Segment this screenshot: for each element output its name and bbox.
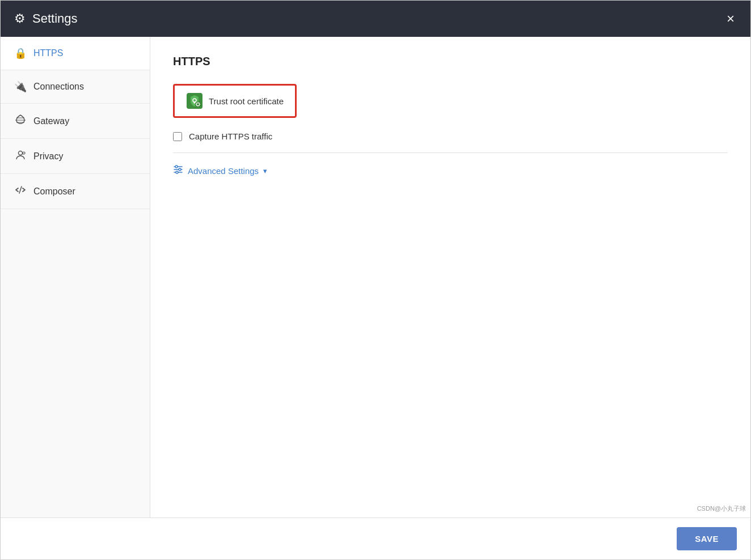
svg-point-11 xyxy=(179,168,181,171)
capture-https-label: Capture HTTPS traffic xyxy=(189,131,272,141)
svg-point-10 xyxy=(175,166,178,168)
composer-icon xyxy=(14,184,27,198)
sidebar-item-gateway[interactable]: Gateway xyxy=(1,104,150,139)
title-bar: ⚙ Settings × xyxy=(1,1,750,37)
sliders-icon xyxy=(173,164,183,177)
panel-title: HTTPS xyxy=(173,55,728,68)
gateway-icon xyxy=(14,114,27,128)
gear-icon: ⚙ xyxy=(14,11,26,26)
sidebar-label-composer: Composer xyxy=(33,186,75,197)
footer: SAVE xyxy=(1,517,750,559)
svg-point-12 xyxy=(176,171,178,173)
trust-cert-label: Trust root certificate xyxy=(209,96,284,106)
title-bar-left: ⚙ Settings xyxy=(14,11,78,26)
connections-icon: 🔌 xyxy=(14,80,27,93)
privacy-icon xyxy=(14,149,27,163)
svg-point-0 xyxy=(19,151,23,155)
lock-icon: 🔒 xyxy=(14,47,27,60)
sidebar-label-https: HTTPS xyxy=(33,48,63,58)
sidebar-item-connections[interactable]: 🔌 Connections xyxy=(1,70,150,104)
advanced-settings-label: Advanced Settings xyxy=(188,166,259,176)
settings-dialog: ⚙ Settings × 🔒 HTTPS 🔌 Connections xyxy=(0,0,751,560)
sidebar-label-privacy: Privacy xyxy=(33,151,63,162)
advanced-settings-toggle[interactable]: Advanced Settings ▾ xyxy=(173,164,728,177)
capture-https-row: Capture HTTPS traffic xyxy=(173,131,728,141)
content-area: 🔒 HTTPS 🔌 Connections Gateway xyxy=(1,37,750,517)
sidebar-item-composer[interactable]: Composer xyxy=(1,174,150,209)
sidebar-item-https[interactable]: 🔒 HTTPS xyxy=(1,37,150,70)
sidebar-item-privacy[interactable]: Privacy xyxy=(1,139,150,174)
save-button[interactable]: SAVE xyxy=(677,527,737,550)
sidebar-label-gateway: Gateway xyxy=(33,116,69,126)
capture-https-checkbox[interactable] xyxy=(173,132,182,141)
trust-root-certificate-button[interactable]: Trust root certificate xyxy=(173,84,297,118)
section-divider xyxy=(173,152,728,153)
dialog-title: Settings xyxy=(32,11,78,26)
svg-rect-4 xyxy=(194,101,196,104)
sidebar: 🔒 HTTPS 🔌 Connections Gateway xyxy=(1,37,150,517)
certificate-icon xyxy=(186,92,203,109)
sidebar-label-connections: Connections xyxy=(33,82,84,92)
watermark: CSDN@小丸子球 xyxy=(697,504,746,513)
close-button[interactable]: × xyxy=(724,10,737,28)
chevron-down-icon: ▾ xyxy=(263,167,267,175)
svg-point-1 xyxy=(23,152,25,154)
main-panel: HTTPS xyxy=(150,37,750,517)
